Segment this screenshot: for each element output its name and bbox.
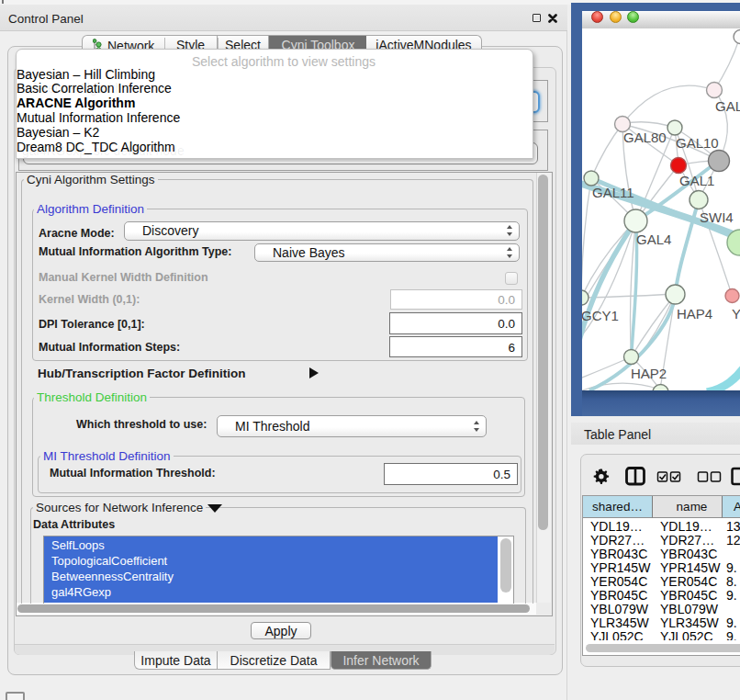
svg-text:GAL7: GAL7: [715, 98, 740, 114]
svg-text:GCY1: GCY1: [582, 308, 619, 323]
svg-text:GAL11: GAL11: [592, 185, 634, 200]
svg-text:GAL1: GAL1: [679, 173, 714, 188]
svg-text:Y: Y: [732, 306, 740, 322]
svg-text:GAL10: GAL10: [676, 135, 719, 151]
svg-text:GAL80: GAL80: [623, 130, 667, 145]
svg-text:HAP4: HAP4: [677, 306, 712, 322]
svg-text:SWI4: SWI4: [700, 209, 734, 225]
svg-text:GAL4: GAL4: [636, 231, 671, 247]
svg-text:HAP2: HAP2: [631, 366, 667, 381]
